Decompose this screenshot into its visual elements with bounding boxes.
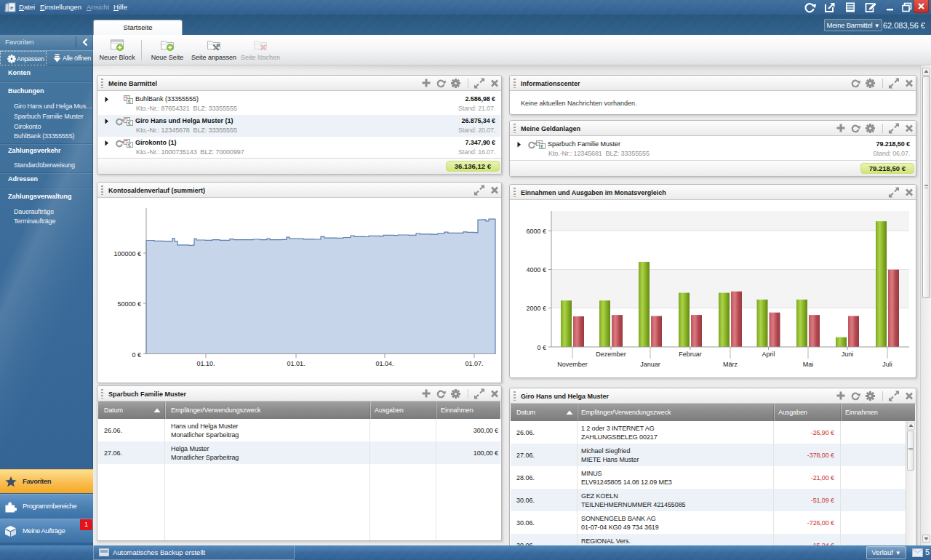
svg-text:Januar: Januar <box>640 361 660 368</box>
svg-text:01.01.: 01.01. <box>287 360 305 367</box>
svg-text:e: e <box>10 4 14 11</box>
svg-text:€: € <box>128 143 131 148</box>
svg-text:0 €: 0 € <box>537 344 546 351</box>
svg-text:März: März <box>723 361 738 368</box>
svg-text:4000 €: 4000 € <box>526 266 546 273</box>
svg-text:0 €: 0 € <box>132 351 141 359</box>
svg-text:€: € <box>128 121 131 126</box>
svg-text:01.04.: 01.04. <box>375 360 393 367</box>
svg-text:01.10.: 01.10. <box>196 360 215 367</box>
svg-text:6000 €: 6000 € <box>526 228 546 235</box>
svg-text:50000 €: 50000 € <box>117 300 141 308</box>
svg-text:€: € <box>128 99 131 104</box>
svg-text:November: November <box>557 361 588 368</box>
svg-text:Juli: Juli <box>882 361 892 368</box>
svg-text:2000 €: 2000 € <box>526 305 546 312</box>
svg-text:Februar: Februar <box>679 351 702 358</box>
svg-text:Juni: Juni <box>842 351 854 358</box>
svg-text:April: April <box>762 351 775 358</box>
svg-text:Dezember: Dezember <box>596 351 626 358</box>
svg-text:Mai: Mai <box>803 361 814 368</box>
svg-text:01.07.: 01.07. <box>465 360 483 367</box>
svg-text:100000 €: 100000 € <box>113 250 141 257</box>
svg-text:€: € <box>540 144 543 149</box>
